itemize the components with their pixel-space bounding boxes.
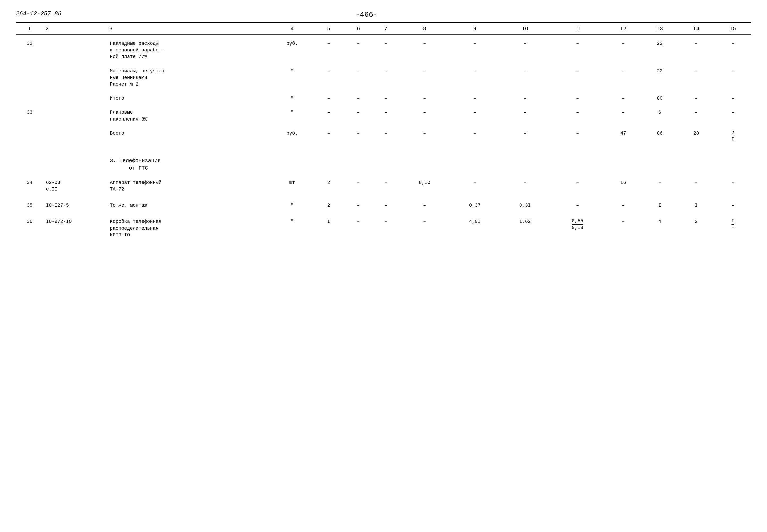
cell-vsego-col11: – (550, 128, 605, 144)
spacer-row-2 (16, 63, 751, 66)
cell-row32-col5: – (313, 38, 345, 63)
cell-row34-col2: 62-03с.II (43, 177, 107, 195)
cell-row32-col13: 22 (641, 38, 678, 63)
cell-row34-col4: шт (272, 177, 313, 195)
cell-row36-col8: – (400, 216, 450, 241)
cell-vsego-col15: 2 I (715, 128, 751, 144)
col-header-2: 2 (43, 23, 107, 35)
cell-itogo-col5: – (313, 93, 345, 104)
spacer-row-7 (16, 195, 751, 200)
cell-row35-col12: – (605, 200, 642, 211)
fraction-row36-15: I – (732, 218, 734, 230)
cell-itogo-col11: – (550, 93, 605, 104)
cell-section-header: 3. Телефонизация от ГТС (107, 155, 272, 174)
main-table: I 2 3 4 5 6 7 8 9 IO II I2 I3 I4 I5 32 Н… (16, 23, 751, 256)
cell-section-rest (272, 155, 751, 174)
cell-row32b-col3: Материалы, не учтен-ные ценникамиРасчет … (107, 66, 272, 90)
spacer-row-4 (16, 104, 751, 107)
cell-row35-col10: 0,3I (500, 200, 550, 211)
cell-itogo-col3: Итого (107, 93, 272, 104)
cell-itogo-col14: – (678, 93, 715, 104)
cell-row35-col11: – (550, 200, 605, 211)
doc-number: 264-12-257 86 (16, 11, 61, 17)
cell-row33-col10: – (500, 107, 550, 125)
cell-row36-col9: 4,0I (450, 216, 500, 241)
cell-row35-col3: То же, монтаж (107, 200, 272, 211)
cell-row32-col14: – (678, 38, 715, 63)
cell-row35-col5: 2 (313, 200, 345, 211)
cell-row35-col8: – (400, 200, 450, 211)
cell-itogo-col12: – (605, 93, 642, 104)
cell-row35-col2: IO-I27-5 (43, 200, 107, 211)
cell-row32-col10: – (500, 38, 550, 63)
cell-row34-col5: 2 (313, 177, 345, 195)
cell-row34-col7: – (372, 177, 400, 195)
cell-row32-col8: – (400, 38, 450, 63)
cell-row32b-col9: – (450, 66, 500, 90)
cell-row32-col3: Накладные расходык основной заработ-ной … (107, 38, 272, 63)
fraction-denominator-36: 0,I8 (572, 225, 583, 231)
table-row-33: 33 Плановыенакопления 8% " – – – – – – –… (16, 107, 751, 125)
cell-row32-col4: руб. (272, 38, 313, 63)
cell-row36-col1: 36 (16, 216, 43, 241)
table-row-vsego: Всего руб. – – – – – – – 47 86 28 2 I (16, 128, 751, 144)
col-header-14: I4 (678, 23, 715, 35)
cell-row32b-col2 (43, 66, 107, 90)
page-title: -466- (61, 11, 672, 19)
cell-row36-col12: – (605, 216, 642, 241)
cell-row32-col15: – (715, 38, 751, 63)
fraction-row36-11: 0,55 0,I8 (572, 218, 583, 230)
cell-vsego-col6: – (345, 128, 372, 144)
cell-itogo-col8: – (400, 93, 450, 104)
cell-row34-col10: – (500, 177, 550, 195)
cell-itogo-col2 (43, 93, 107, 104)
cell-itogo-col10: – (500, 93, 550, 104)
cell-vsego-col9: – (450, 128, 500, 144)
cell-row33-col2 (43, 107, 107, 125)
cell-row33-col15: – (715, 107, 751, 125)
cell-row36-col2: IO-972-IO (43, 216, 107, 241)
spacer-row-6 (16, 174, 751, 177)
spacer-row-bottom (16, 241, 751, 256)
cell-row33-col11: – (550, 107, 605, 125)
cell-row32-col7: – (372, 38, 400, 63)
cell-row36-col3: Коробка телефоннаяраспределительнаяКРТП-… (107, 216, 272, 241)
cell-row32b-col8: – (400, 66, 450, 90)
page-header: 264-12-257 86 -466- (16, 11, 751, 20)
cell-row35-col15: – (715, 200, 751, 211)
cell-row33-col12: – (605, 107, 642, 125)
cell-row34-col11: – (550, 177, 605, 195)
cell-itogo-col6: – (345, 93, 372, 104)
col-header-5: 5 (313, 23, 345, 35)
cell-row36-col10: I,62 (500, 216, 550, 241)
cell-vsego-col1 (16, 128, 43, 144)
cell-itogo-col13: 80 (641, 93, 678, 104)
cell-row32b-col12: – (605, 66, 642, 90)
cell-row35-col6: – (345, 200, 372, 211)
cell-row32b-col5: – (313, 66, 345, 90)
cell-row32-col12: – (605, 38, 642, 63)
cell-row35-col9: 0,37 (450, 200, 500, 211)
spacer-row-1 (16, 35, 751, 38)
col-header-1: I (16, 23, 43, 35)
cell-row33-col8: – (400, 107, 450, 125)
cell-row34-col6: – (345, 177, 372, 195)
cell-row36-col11: 0,55 0,I8 (550, 216, 605, 241)
cell-itogo-col7: – (372, 93, 400, 104)
cell-row33-col5: – (313, 107, 345, 125)
cell-row33-col14: – (678, 107, 715, 125)
cell-row36-col6: – (345, 216, 372, 241)
cell-vsego-col14: 28 (678, 128, 715, 144)
cell-itogo-col9: – (450, 93, 500, 104)
cell-row34-col12: I6 (605, 177, 642, 195)
cell-vsego-col10: – (500, 128, 550, 144)
col-header-13: I3 (641, 23, 678, 35)
table-row-36: 36 IO-972-IO Коробка телефоннаяраспредел… (16, 216, 751, 241)
cell-row35-col14: I (678, 200, 715, 211)
cell-vsego-col13: 86 (641, 128, 678, 144)
fraction-numerator: 2 (732, 130, 734, 136)
cell-row32b-col11: – (550, 66, 605, 90)
cell-vsego-col7: – (372, 128, 400, 144)
cell-row33-col3: Плановыенакопления 8% (107, 107, 272, 125)
fraction-numerator-36-15: I (732, 218, 734, 225)
